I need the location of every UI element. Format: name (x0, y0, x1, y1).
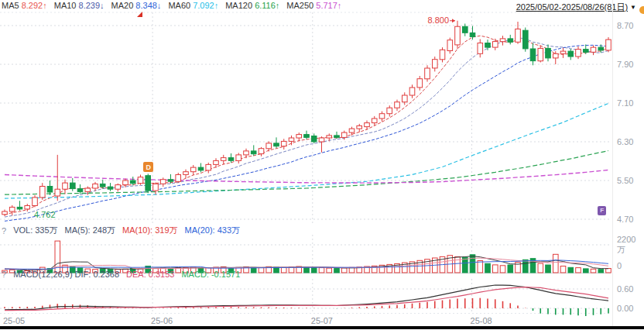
volume-bar[interactable] (470, 255, 475, 273)
candle[interactable] (470, 33, 475, 36)
volume-bar[interactable] (93, 270, 98, 273)
candle[interactable] (221, 158, 226, 161)
candle[interactable] (530, 49, 536, 61)
candle[interactable] (598, 47, 604, 50)
candle[interactable] (47, 187, 53, 193)
candle[interactable] (63, 183, 68, 189)
candle[interactable] (591, 47, 596, 52)
candle[interactable] (33, 198, 38, 206)
candle[interactable] (433, 60, 438, 68)
candle[interactable] (25, 206, 30, 209)
candle[interactable] (440, 50, 445, 60)
volume-bar[interactable] (576, 268, 581, 273)
f-marker-badge[interactable]: F (598, 206, 606, 215)
candle[interactable] (274, 143, 279, 146)
candle[interactable] (176, 175, 181, 182)
candle[interactable] (311, 136, 317, 143)
candle[interactable] (516, 29, 521, 42)
candle[interactable] (251, 151, 256, 154)
volume-bar[interactable] (319, 268, 324, 273)
volume-bar[interactable] (206, 268, 211, 273)
volume-bar[interactable] (478, 261, 483, 273)
chevron-down-icon[interactable]: ▼ (630, 4, 636, 11)
candle[interactable] (9, 207, 15, 211)
candle[interactable] (349, 129, 355, 132)
candle[interactable] (40, 187, 46, 198)
volume-bar[interactable] (508, 265, 513, 273)
candle[interactable] (236, 155, 242, 161)
volume-bar[interactable] (108, 269, 113, 273)
volume-bar[interactable] (274, 267, 279, 273)
candle[interactable] (296, 135, 302, 138)
volume-bar[interactable] (538, 263, 543, 273)
volume-bar[interactable] (17, 270, 22, 273)
volume-bar[interactable] (123, 269, 128, 273)
candle[interactable] (244, 151, 249, 155)
volume-bar[interactable] (568, 267, 574, 273)
candle[interactable] (560, 51, 566, 53)
candle[interactable] (327, 136, 332, 138)
volume-bar[interactable] (584, 269, 589, 273)
candle[interactable] (138, 177, 143, 184)
volume-bar[interactable] (70, 267, 76, 273)
candle[interactable] (584, 50, 589, 53)
candle[interactable] (153, 184, 159, 191)
candle[interactable] (334, 136, 340, 138)
candle[interactable] (289, 138, 294, 141)
candle[interactable] (493, 42, 498, 48)
volume-bar[interactable] (591, 269, 596, 273)
dividend-marker-badge[interactable]: D (143, 162, 153, 172)
candle[interactable] (304, 135, 310, 138)
candle[interactable] (259, 149, 264, 154)
volume-bar[interactable] (311, 267, 317, 273)
volume-bar[interactable] (198, 268, 204, 273)
volume-bar[interactable] (25, 271, 30, 273)
candle[interactable] (463, 26, 468, 33)
candle[interactable] (146, 176, 151, 191)
volume-bar[interactable] (493, 265, 498, 273)
candle[interactable] (606, 40, 611, 50)
candle[interactable] (198, 167, 204, 170)
volume-bar[interactable] (304, 267, 310, 273)
date-range-selector[interactable]: 2025/05/02-2025/08/26(81日) ▼ (516, 2, 636, 13)
candle[interactable] (77, 189, 83, 192)
volume-bar[interactable] (334, 269, 340, 273)
candle[interactable] (93, 184, 98, 188)
volume-bar[interactable] (100, 269, 105, 273)
candle[interactable] (123, 180, 128, 185)
volume-bar[interactable] (9, 270, 15, 273)
candle[interactable] (357, 125, 362, 129)
candle[interactable] (409, 88, 415, 95)
candle[interactable] (115, 185, 121, 190)
candle[interactable] (417, 79, 423, 88)
candle[interactable] (341, 132, 347, 137)
volume-bar[interactable] (2, 270, 8, 273)
volume-bar[interactable] (168, 269, 173, 273)
candle[interactable] (538, 48, 543, 60)
volume-bar[interactable] (341, 268, 347, 273)
candle[interactable] (485, 43, 491, 48)
candle[interactable] (455, 26, 461, 45)
volume-bar[interactable] (485, 263, 491, 273)
candle[interactable] (402, 95, 408, 102)
candle[interactable] (387, 108, 392, 114)
candle[interactable] (365, 123, 370, 127)
candle[interactable] (214, 160, 219, 164)
candle[interactable] (500, 39, 505, 42)
volume-bar[interactable] (553, 254, 559, 273)
volume-bar[interactable] (560, 266, 566, 273)
candle[interactable] (523, 30, 529, 49)
candle[interactable] (108, 187, 113, 189)
volume-bar[interactable] (85, 269, 91, 273)
candle[interactable] (266, 143, 272, 149)
candle[interactable] (447, 40, 453, 51)
candle[interactable] (70, 183, 76, 189)
candle[interactable] (553, 53, 559, 58)
volume-bar[interactable] (455, 256, 461, 273)
candle[interactable] (576, 50, 581, 57)
candle[interactable] (168, 180, 173, 182)
volume-bar[interactable] (281, 267, 286, 273)
candle[interactable] (319, 138, 324, 142)
candle[interactable] (372, 119, 377, 123)
volume-bar[interactable] (115, 270, 121, 273)
